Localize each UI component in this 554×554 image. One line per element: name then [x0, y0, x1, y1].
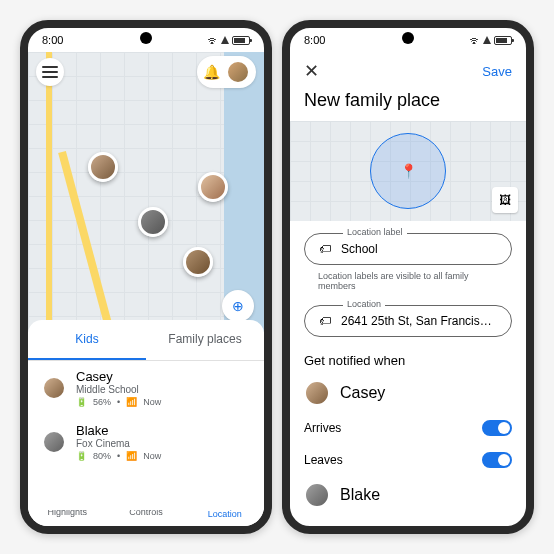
arrives-label: Arrives — [304, 421, 341, 435]
wifi-icon — [206, 36, 218, 44]
menu-icon[interactable] — [36, 58, 64, 86]
battery-icon — [494, 36, 512, 45]
map-avatar[interactable] — [138, 207, 168, 237]
member-avatar — [304, 380, 330, 406]
profile-avatar[interactable] — [226, 60, 250, 84]
page-title: New family place — [290, 90, 526, 121]
kid-location: Middle School — [76, 384, 250, 395]
tag-icon: 🏷 — [319, 314, 331, 328]
signal-icon — [483, 36, 491, 44]
map-preview[interactable]: 📍 🖼 — [290, 121, 526, 221]
signal-icon — [221, 36, 229, 44]
phone-left: 8:00 🔔 ⊕ Kids Family places — [20, 20, 272, 534]
save-button[interactable]: Save — [482, 64, 512, 79]
phone-right: 8:00 ✕ Save New family place 📍 🖼 Locatio… — [282, 20, 534, 534]
kid-avatar — [42, 430, 66, 454]
battery-icon: 🔋 — [76, 397, 87, 407]
locate-button[interactable]: ⊕ — [222, 290, 254, 322]
field-hint: Location labels are visible to all famil… — [290, 269, 526, 293]
field-label: Location label — [343, 227, 407, 237]
clock: 8:00 — [42, 34, 63, 46]
camera-notch — [140, 32, 152, 44]
camera-notch — [402, 32, 414, 44]
map-avatar[interactable] — [88, 152, 118, 182]
location-address-field[interactable]: Location 🏷 2641 25th St, San Francisco, … — [304, 305, 512, 337]
battery-icon — [232, 36, 250, 45]
leaves-label: Leaves — [304, 453, 343, 467]
field-value: 2641 25th St, San Francisco, CA 9... — [341, 314, 497, 328]
kid-name: Blake — [76, 423, 250, 438]
member-row[interactable]: Blake — [290, 476, 526, 514]
map-avatar[interactable] — [183, 247, 213, 277]
signal-icon: 📶 — [126, 451, 137, 461]
member-row[interactable]: Casey — [290, 374, 526, 412]
arrives-row: Arrives — [290, 412, 526, 444]
field-value: School — [341, 242, 378, 256]
field-label: Location — [343, 299, 385, 309]
tag-icon: 🏷 — [319, 242, 331, 256]
member-name: Casey — [340, 384, 385, 402]
tab-family-places[interactable]: Family places — [146, 320, 264, 360]
map-road — [46, 52, 52, 332]
member-avatar — [304, 482, 330, 508]
profile-pill[interactable]: 🔔 — [197, 56, 256, 88]
map-view[interactable]: 🔔 ⊕ — [28, 52, 264, 332]
leaves-row: Leaves — [290, 444, 526, 476]
header: ✕ Save — [290, 52, 526, 90]
arrives-toggle[interactable] — [482, 420, 512, 436]
clock: 8:00 — [304, 34, 325, 46]
location-label-field[interactable]: Location label 🏷 School — [304, 233, 512, 265]
kid-row[interactable]: Blake Fox Cinema 🔋80%•📶Now — [28, 415, 264, 469]
battery-icon: 🔋 — [76, 451, 87, 461]
notify-heading: Get notified when — [290, 341, 526, 374]
leaves-toggle[interactable] — [482, 452, 512, 468]
pin-icon[interactable]: 📍 — [400, 163, 417, 179]
kid-row[interactable]: Casey Middle School 🔋56%•📶Now — [28, 361, 264, 415]
bell-icon[interactable]: 🔔 — [203, 64, 220, 80]
tab-kids[interactable]: Kids — [28, 320, 146, 360]
map-water — [224, 52, 264, 332]
wifi-icon — [468, 36, 480, 44]
bottom-sheet: Kids Family places Casey Middle School 🔋… — [28, 320, 264, 510]
signal-icon: 📶 — [126, 397, 137, 407]
kid-name: Casey — [76, 369, 250, 384]
image-button[interactable]: 🖼 — [492, 187, 518, 213]
member-name: Blake — [340, 486, 380, 504]
close-icon[interactable]: ✕ — [304, 60, 319, 82]
kid-location: Fox Cinema — [76, 438, 250, 449]
tabs: Kids Family places — [28, 320, 264, 361]
kid-avatar — [42, 376, 66, 400]
map-avatar[interactable] — [198, 172, 228, 202]
